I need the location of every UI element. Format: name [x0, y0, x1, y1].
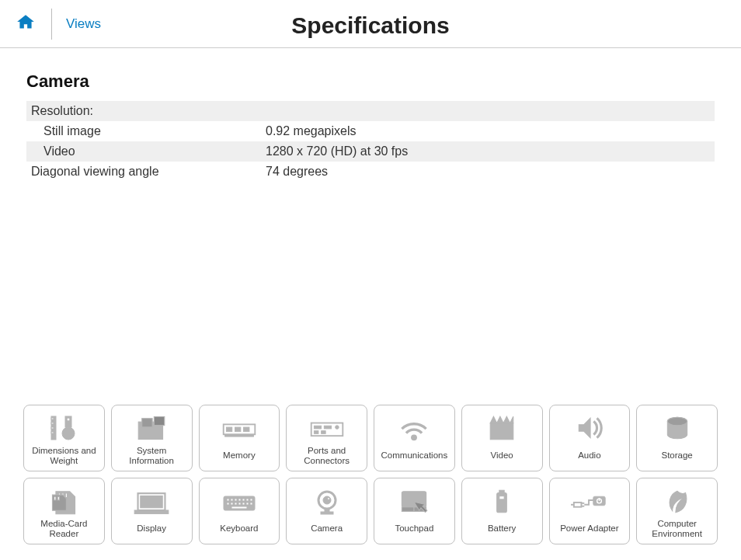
- battery-icon: [465, 483, 539, 519]
- nav-label: Display: [137, 519, 166, 539]
- table-row: Diagonal viewing angle74 degrees: [26, 162, 715, 182]
- section-heading-camera: Camera: [26, 71, 715, 92]
- nav-label: Media-Card Reader: [40, 519, 87, 539]
- nav-label: Touchpad: [395, 519, 433, 539]
- spec-label: Video: [26, 141, 261, 162]
- camera-icon: [290, 483, 364, 519]
- ports-icon: [290, 410, 364, 446]
- nav-label: Battery: [488, 519, 516, 539]
- nav-card-display[interactable]: Display: [111, 478, 193, 544]
- bottom-nav-grid: Dimensions and WeightSystem InformationM…: [23, 405, 718, 544]
- touchpad-icon: [377, 483, 451, 519]
- nav-card-keyboard[interactable]: Keyboard: [199, 478, 280, 544]
- nav-label: Communications: [381, 446, 448, 466]
- spec-value: 1280 x 720 (HD) at 30 fps: [261, 141, 715, 162]
- nav-card-ports-connectors[interactable]: Ports and Connectors: [286, 405, 367, 471]
- nav-label: Computer Environment: [652, 519, 702, 539]
- nav-label: Dimensions and Weight: [32, 446, 96, 466]
- nav-card-touchpad[interactable]: Touchpad: [374, 478, 455, 544]
- spec-label: Still image: [26, 121, 261, 141]
- nav-card-memory[interactable]: Memory: [199, 405, 280, 471]
- wifi-icon: [377, 410, 451, 446]
- leaf-icon: [640, 483, 714, 519]
- nav-card-video[interactable]: Video: [461, 405, 543, 471]
- video-icon: [465, 410, 539, 446]
- sdcard-icon: [27, 483, 101, 519]
- dimensions-icon: [27, 410, 101, 446]
- power-icon: [553, 483, 627, 519]
- systeminfo-icon: [115, 410, 189, 446]
- nav-label: Camera: [311, 519, 343, 539]
- home-icon: [16, 12, 36, 36]
- nav-label: Keyboard: [220, 519, 258, 539]
- nav-label: Memory: [223, 446, 256, 466]
- views-link[interactable]: Views: [52, 16, 101, 32]
- nav-label: Ports and Connectors: [304, 446, 350, 466]
- table-row: Resolution:: [26, 101, 715, 121]
- nav-card-audio[interactable]: Audio: [549, 405, 631, 471]
- nav-card-media-card-reader[interactable]: Media-Card Reader: [23, 478, 105, 544]
- spec-label: Resolution:: [26, 101, 261, 121]
- display-icon: [115, 483, 189, 519]
- nav-label: Storage: [661, 446, 692, 466]
- header: Views: [0, 0, 741, 48]
- nav-card-computer-environment[interactable]: Computer Environment: [636, 478, 718, 544]
- nav-card-power-adapter[interactable]: Power Adapter: [549, 478, 631, 544]
- nav-card-system-information[interactable]: System Information: [111, 405, 193, 471]
- spec-table: Resolution:Still image0.92 megapixelsVid…: [26, 101, 715, 182]
- nav-card-dimensions-weight[interactable]: Dimensions and Weight: [23, 405, 105, 471]
- spec-value: [261, 101, 715, 121]
- nav-card-battery[interactable]: Battery: [461, 478, 543, 544]
- audio-icon: [553, 410, 627, 446]
- nav-label: Power Adapter: [560, 519, 618, 539]
- nav-card-communications[interactable]: Communications: [374, 405, 455, 471]
- spec-value: 0.92 megapixels: [261, 121, 715, 141]
- keyboard-icon: [203, 483, 277, 519]
- home-button[interactable]: [16, 9, 52, 40]
- storage-icon: [640, 410, 714, 446]
- nav-card-camera[interactable]: Camera: [286, 478, 367, 544]
- nav-label: Audio: [578, 446, 600, 466]
- table-row: Still image0.92 megapixels: [26, 121, 715, 141]
- nav-label: Video: [491, 446, 513, 466]
- nav-card-storage[interactable]: Storage: [636, 405, 718, 471]
- table-row: Video1280 x 720 (HD) at 30 fps: [26, 141, 715, 162]
- nav-label: System Information: [129, 446, 174, 466]
- spec-label: Diagonal viewing angle: [26, 162, 261, 182]
- content-area: Camera Resolution:Still image0.92 megapi…: [0, 48, 741, 182]
- spec-value: 74 degrees: [261, 162, 715, 182]
- memory-icon: [203, 410, 277, 446]
